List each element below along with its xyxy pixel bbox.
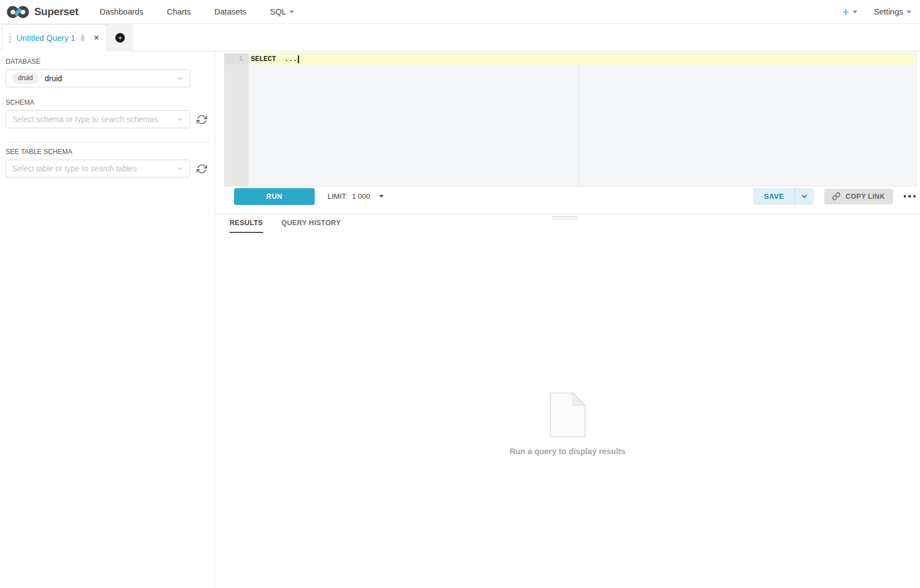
database-type-badge: druid — [12, 73, 39, 84]
link-icon — [832, 192, 840, 200]
database-label: DATABASE — [6, 58, 209, 66]
chevron-down-icon — [177, 116, 184, 123]
pane-divider — [215, 214, 920, 214]
save-options-button[interactable] — [795, 188, 814, 205]
copy-link-button[interactable]: COPY LINK — [824, 189, 893, 204]
more-options-button[interactable] — [903, 193, 917, 200]
top-navbar: Superset Dashboards Charts Datasets SQL … — [0, 0, 920, 24]
limit-label: LIMIT: — [328, 192, 347, 200]
sql-lab-sidebar: DATABASE druid druid SCHEMA Select schem… — [0, 52, 215, 588]
sql-query-text: SELECT ... — [251, 55, 297, 63]
table-select-placeholder: Select table or type to search tables — [12, 164, 137, 173]
tab-untitled-query-1[interactable]: Untitled Query 1 ✕ — [2, 24, 107, 52]
chevron-down-icon — [177, 75, 184, 82]
resize-grip-handle[interactable] — [552, 216, 578, 221]
chevron-down-icon — [289, 11, 294, 13]
empty-state-text: Run a query to display results — [510, 447, 625, 456]
tab-results[interactable]: RESULTS — [230, 219, 263, 233]
query-tab-label: Untitled Query 1 — [17, 34, 76, 43]
query-tab-bar: Untitled Query 1 ✕ + — [0, 24, 920, 52]
table-schema-label: SEE TABLE SCHEMA — [6, 148, 209, 156]
close-tab-icon[interactable]: ✕ — [94, 34, 100, 41]
brand-name: Superset — [34, 6, 78, 18]
editor-toolbar: RUN LIMIT: 1 000 SAVE COPY LINK — [224, 187, 917, 206]
run-button[interactable]: RUN — [234, 188, 315, 205]
line-number: 1 — [225, 54, 249, 64]
new-item-button[interactable]: + — [842, 6, 857, 18]
editor-print-margin — [578, 54, 579, 186]
infinity-logo-icon — [6, 4, 30, 20]
limit-dropdown[interactable]: LIMIT: 1 000 — [328, 192, 384, 200]
schema-label: SCHEMA — [6, 99, 209, 106]
nav-item-sql[interactable]: SQL — [270, 7, 294, 16]
limit-value: 1 000 — [352, 192, 370, 200]
schema-select-placeholder: Select schema or type to search schemas — [12, 115, 158, 124]
tab-query-history[interactable]: QUERY HISTORY — [282, 219, 341, 233]
sql-editor[interactable]: 1 SELECT ... — [224, 53, 917, 186]
text-cursor — [298, 55, 299, 63]
chevron-down-icon — [907, 11, 911, 13]
new-tab-area: + — [107, 24, 133, 52]
sql-lab-page: Superset Dashboards Charts Datasets SQL … — [0, 0, 920, 588]
settings-menu[interactable]: Settings — [874, 7, 911, 16]
navbar-right: + Settings — [842, 6, 914, 18]
table-select[interactable]: Select table or type to search tables — [6, 160, 190, 178]
chevron-down-icon — [177, 165, 184, 172]
primary-nav: Dashboards Charts Datasets SQL — [100, 7, 294, 16]
database-select-value: druid — [45, 74, 62, 83]
schema-select[interactable]: Select schema or type to search schemas — [6, 110, 190, 128]
superset-logo[interactable]: Superset — [6, 4, 78, 20]
editor-active-line[interactable]: SELECT ... — [249, 54, 916, 64]
editor-gutter: 1 — [225, 54, 249, 186]
plus-icon: + — [842, 6, 849, 18]
nav-item-datasets[interactable]: Datasets — [214, 7, 246, 16]
drag-handle-icon[interactable] — [10, 34, 11, 43]
save-button[interactable]: SAVE — [753, 188, 795, 205]
results-tab-bar: RESULTS QUERY HISTORY — [230, 219, 341, 233]
nav-item-charts[interactable]: Charts — [167, 7, 191, 16]
refresh-schemas-button[interactable] — [197, 114, 207, 125]
chevron-down-icon — [379, 195, 384, 198]
results-empty-state: Run a query to display results — [215, 393, 920, 456]
empty-document-icon — [550, 393, 586, 437]
chevron-down-icon — [853, 11, 857, 13]
refresh-tables-button[interactable] — [197, 164, 207, 174]
sidebar-divider — [6, 142, 209, 143]
nav-item-dashboards[interactable]: Dashboards — [100, 7, 143, 16]
query-status-dot — [81, 34, 85, 41]
add-query-tab-button[interactable]: + — [115, 33, 125, 43]
save-split-button: SAVE — [753, 188, 814, 205]
chevron-down-icon — [801, 193, 808, 200]
database-select[interactable]: druid druid — [6, 69, 190, 87]
